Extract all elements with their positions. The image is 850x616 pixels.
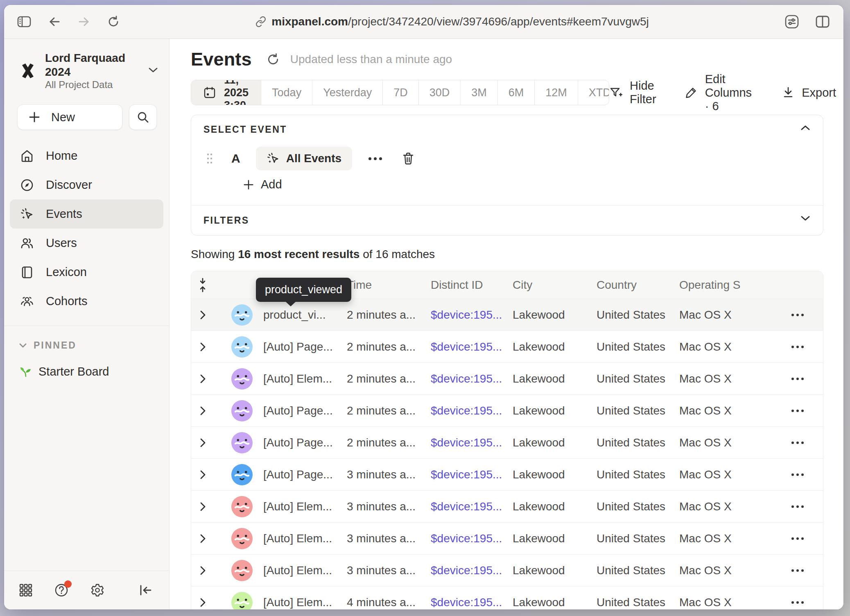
- table-row[interactable]: [Auto] Page... 2 minutes a... $device:19…: [191, 426, 823, 458]
- distinct-id-link[interactable]: $device:195...: [431, 532, 513, 545]
- row-more-button[interactable]: [772, 378, 823, 380]
- date-picker-button[interactable]: Mar 11, 2025 3:30 pm: [191, 80, 261, 105]
- search-button[interactable]: [129, 104, 157, 130]
- all-events-chip[interactable]: All Events: [256, 147, 352, 170]
- page-settings-icon[interactable]: [784, 14, 799, 29]
- expand-row-icon[interactable]: [191, 533, 214, 544]
- reload-icon[interactable]: [107, 16, 120, 28]
- add-event-button[interactable]: Add: [243, 178, 811, 191]
- column-header-country[interactable]: Country: [597, 279, 679, 292]
- hide-filter-button[interactable]: Hide Filter: [609, 79, 659, 106]
- sidebar-item-cohorts[interactable]: Cohorts: [10, 287, 163, 316]
- expand-row-icon[interactable]: [191, 437, 214, 448]
- distinct-id-link[interactable]: $device:195...: [431, 564, 513, 577]
- expand-row-icon[interactable]: [191, 374, 214, 384]
- distinct-id-link[interactable]: $device:195...: [431, 500, 513, 513]
- column-header-time[interactable]: Time: [347, 279, 431, 292]
- row-more-button[interactable]: [772, 314, 823, 316]
- table-row[interactable]: [Auto] Page... 3 minutes a... $device:19…: [191, 458, 823, 490]
- row-more-button[interactable]: [772, 537, 823, 540]
- project-subtitle: All Project Data: [45, 79, 148, 91]
- table-row[interactable]: [Auto] Page... 2 minutes a... $device:19…: [191, 331, 823, 362]
- event-name[interactable]: [Auto] Page...: [263, 468, 347, 481]
- table-row[interactable]: [Auto] Elem... 4 minutes a... $device:19…: [191, 586, 823, 609]
- table-row[interactable]: [Auto] Page... 2 minutes a... $device:19…: [191, 394, 823, 426]
- column-header-distinct-id[interactable]: Distinct ID: [431, 279, 513, 292]
- sidebar-item-events[interactable]: Events: [10, 199, 163, 229]
- range-30d[interactable]: 30D: [418, 80, 461, 105]
- table-row[interactable]: [Auto] Elem... 2 minutes a... $device:19…: [191, 362, 823, 394]
- range-today[interactable]: Today: [261, 80, 312, 105]
- row-more-button[interactable]: [772, 505, 823, 508]
- distinct-id-link[interactable]: $device:195...: [431, 340, 513, 353]
- sidebar-item-discover[interactable]: Discover: [10, 170, 163, 199]
- sidebar-item-home[interactable]: Home: [10, 141, 163, 170]
- range-12m[interactable]: 12M: [534, 80, 578, 105]
- event-name[interactable]: [Auto] Elem...: [263, 500, 347, 513]
- row-more-button[interactable]: [772, 601, 823, 604]
- more-options-icon[interactable]: [368, 157, 382, 160]
- project-switcher[interactable]: Lord Farquaad 2024 All Project Data: [4, 39, 169, 93]
- expand-row-icon[interactable]: [191, 310, 214, 320]
- column-header-os[interactable]: Operating S: [679, 279, 772, 292]
- gear-icon[interactable]: [90, 583, 105, 598]
- distinct-id-link[interactable]: $device:195...: [431, 596, 513, 609]
- edit-columns-label: Edit Columns · 6: [705, 72, 757, 113]
- row-more-button[interactable]: [772, 346, 823, 348]
- row-more-button[interactable]: [772, 473, 823, 476]
- expand-row-icon[interactable]: [191, 501, 214, 512]
- expand-filters-icon[interactable]: [800, 215, 811, 224]
- new-button[interactable]: New: [17, 104, 122, 130]
- collapse-rows-icon[interactable]: [191, 277, 214, 293]
- pinned-section-header[interactable]: PINNED: [19, 340, 169, 351]
- collapse-sidebar-icon[interactable]: [139, 584, 153, 596]
- drag-handle-icon[interactable]: [206, 152, 213, 165]
- expand-row-icon[interactable]: [191, 342, 214, 352]
- distinct-id-link[interactable]: $device:195...: [431, 436, 513, 449]
- range-xtd-dropdown[interactable]: XTD: [578, 80, 609, 105]
- expand-row-icon[interactable]: [191, 469, 214, 480]
- help-button[interactable]: [54, 583, 69, 598]
- event-name[interactable]: [Auto] Page...: [263, 404, 347, 417]
- apps-grid-icon[interactable]: [19, 583, 33, 597]
- address-bar[interactable]: mixpanel.com/project/3472420/view/397469…: [120, 15, 784, 28]
- browser-sidebar-toggle-icon[interactable]: [17, 16, 31, 27]
- row-more-button[interactable]: [772, 410, 823, 412]
- distinct-id-link[interactable]: $device:195...: [431, 404, 513, 417]
- table-row[interactable]: [Auto] Elem... 3 minutes a... $device:19…: [191, 522, 823, 554]
- forward-arrow-icon: [78, 16, 90, 27]
- collapse-section-icon[interactable]: [800, 124, 811, 133]
- refresh-icon[interactable]: [267, 53, 280, 66]
- event-name[interactable]: [Auto] Elem...: [263, 372, 347, 385]
- column-header-city[interactable]: City: [513, 279, 597, 292]
- distinct-id-link[interactable]: $device:195...: [431, 468, 513, 481]
- split-view-icon[interactable]: [816, 16, 830, 28]
- expand-row-icon[interactable]: [191, 565, 214, 576]
- range-yesterday[interactable]: Yesterday: [312, 80, 382, 105]
- event-name[interactable]: [Auto] Elem...: [263, 532, 347, 545]
- table-row[interactable]: [Auto] Elem... 3 minutes a... $device:19…: [191, 490, 823, 522]
- event-avatar: [231, 304, 253, 326]
- expand-row-icon[interactable]: [191, 405, 214, 416]
- event-name[interactable]: [Auto] Elem...: [263, 596, 347, 609]
- distinct-id-link[interactable]: $device:195...: [431, 308, 513, 322]
- event-name[interactable]: product_vi...: [263, 308, 347, 322]
- sidebar-item-lexicon[interactable]: Lexicon: [10, 258, 163, 287]
- export-button[interactable]: Export: [782, 86, 836, 100]
- table-row[interactable]: [Auto] Elem... 3 minutes a... $device:19…: [191, 554, 823, 586]
- event-name[interactable]: [Auto] Elem...: [263, 564, 347, 577]
- range-3m[interactable]: 3M: [460, 80, 497, 105]
- trash-icon[interactable]: [402, 152, 415, 165]
- range-6m[interactable]: 6M: [497, 80, 535, 105]
- distinct-id-link[interactable]: $device:195...: [431, 372, 513, 385]
- edit-columns-button[interactable]: Edit Columns · 6: [685, 72, 757, 113]
- sidebar-item-users[interactable]: Users: [10, 229, 163, 258]
- event-name[interactable]: [Auto] Page...: [263, 436, 347, 449]
- range-7d[interactable]: 7D: [382, 80, 418, 105]
- row-more-button[interactable]: [772, 569, 823, 572]
- pinned-item-starter-board[interactable]: Starter Board: [20, 365, 169, 378]
- back-arrow-icon[interactable]: [48, 16, 61, 27]
- event-name[interactable]: [Auto] Page...: [263, 340, 347, 353]
- expand-row-icon[interactable]: [191, 597, 214, 608]
- row-more-button[interactable]: [772, 442, 823, 444]
